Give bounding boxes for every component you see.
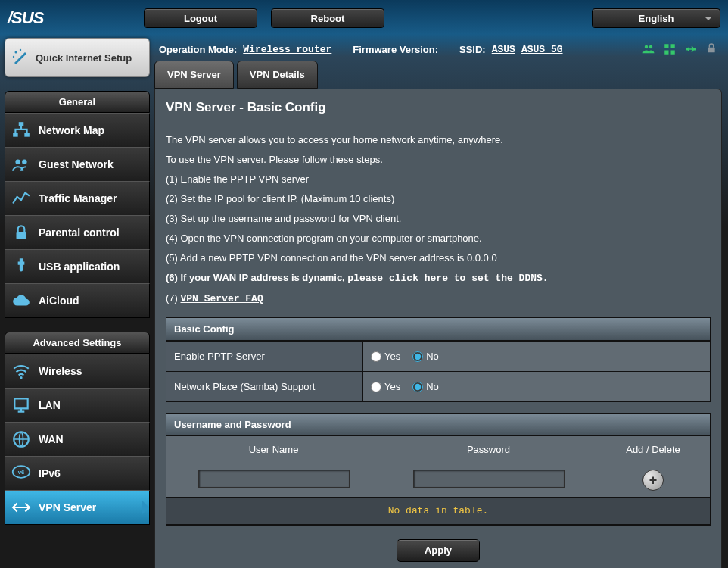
sidebar-item-usb-application[interactable]: USB application <box>5 249 150 284</box>
sidebar-item-lan[interactable]: LAN <box>5 388 150 423</box>
traffic-manager-icon <box>11 189 31 208</box>
sidebar-item-label: AiCloud <box>39 295 79 307</box>
ipv6-icon: v6 <box>11 463 31 483</box>
section-general-header: General <box>5 91 150 113</box>
col-username: User Name <box>166 436 381 463</box>
svg-rect-2 <box>664 51 668 55</box>
tab-vpn-server[interactable]: VPN Server <box>154 61 234 89</box>
username-input[interactable] <box>198 470 350 488</box>
svg-rect-15 <box>17 232 26 239</box>
sidebar-item-network-map[interactable]: Network Map <box>5 113 150 148</box>
svg-rect-10 <box>19 122 24 126</box>
svg-rect-5 <box>694 48 696 51</box>
usb-application-icon <box>11 257 31 276</box>
sidebar-item-label: VPN Server <box>39 501 96 513</box>
section-advanced-header: Advanced Settings <box>5 332 150 354</box>
password-input[interactable] <box>413 470 565 488</box>
sidebar-item-ipv6[interactable]: v6 IPv6 <box>5 456 150 491</box>
sidebar-item-aicloud[interactable]: AiCloud <box>5 283 150 318</box>
svg-rect-11 <box>13 133 18 136</box>
lock-icon[interactable] <box>705 42 719 56</box>
enable-pptp-label: Enable PPTP Server <box>166 342 363 371</box>
svg-point-7 <box>15 51 17 54</box>
op-mode-label: Operation Mode: <box>159 44 237 55</box>
sidebar-item-wireless[interactable]: Wireless <box>5 354 150 389</box>
col-add-delete: Add / Delete <box>596 436 710 463</box>
sidebar-item-label: Traffic Manager <box>39 192 117 204</box>
network-map-icon <box>11 120 31 140</box>
sidebar-item-guest-network[interactable]: Guest Network <box>5 147 150 182</box>
usb-icon[interactable] <box>684 42 698 56</box>
userpass-header: Username and Password <box>166 414 710 436</box>
svg-rect-1 <box>671 44 675 48</box>
wand-icon <box>11 48 30 66</box>
enable-pptp-no[interactable]: No <box>412 351 439 362</box>
sidebar-item-label: IPv6 <box>39 467 61 479</box>
svg-point-4 <box>686 48 689 51</box>
sidebar-item-label: Wireless <box>39 365 82 377</box>
vpn-faq-link[interactable]: VPN Server FAQ <box>181 293 263 304</box>
samba-yes[interactable]: Yes <box>371 381 400 392</box>
content-panel: VPN Server - Basic Config The VPN server… <box>154 89 722 568</box>
svg-point-13 <box>15 160 20 165</box>
tab-vpn-details[interactable]: VPN Details <box>237 61 318 89</box>
ssid-1[interactable]: ASUS <box>492 44 515 55</box>
lan-icon <box>11 395 31 415</box>
basic-config-header: Basic Config <box>166 318 710 341</box>
fw-label: Firmware Version: <box>353 44 438 55</box>
samba-no[interactable]: No <box>412 381 439 392</box>
sidebar-item-wan[interactable]: WAN <box>5 422 150 457</box>
svg-text:v6: v6 <box>18 469 25 476</box>
svg-rect-12 <box>24 133 30 136</box>
logout-button[interactable]: Logout <box>144 8 257 28</box>
parental-control-icon <box>11 223 31 242</box>
wan-icon <box>11 429 31 449</box>
page-title: VPN Server - Basic Config <box>166 100 711 123</box>
sidebar-item-label: Parental control <box>39 226 120 239</box>
sidebar-item-label: WAN <box>39 433 64 445</box>
wireless-icon <box>11 361 31 381</box>
add-row-button[interactable] <box>642 470 664 491</box>
vpn-server-icon <box>11 498 31 517</box>
quick-setup-label: Quick Internet Setup <box>36 52 132 64</box>
ddns-link[interactable]: please click here to set the DDNS. <box>347 273 548 284</box>
sidebar-item-label: Network Map <box>39 124 104 136</box>
enable-pptp-yes[interactable]: Yes <box>371 351 400 362</box>
svg-point-8 <box>20 49 21 51</box>
sidebar-item-label: LAN <box>39 399 61 411</box>
op-mode-value[interactable]: Wireless router <box>243 44 331 55</box>
basic-config-table: Basic Config Enable PPTP Server Yes No N… <box>166 317 711 402</box>
col-password: Password <box>381 436 596 463</box>
svg-point-16 <box>20 376 22 379</box>
sidebar-item-label: Guest Network <box>39 158 114 170</box>
no-data-row: No data in table. <box>166 497 710 525</box>
apply-button[interactable]: Apply <box>397 539 480 562</box>
sidebar-item-parental-control[interactable]: Parental control <box>5 215 150 250</box>
samba-support-label: Network Place (Samba) Support <box>166 372 363 401</box>
svg-rect-3 <box>671 51 675 55</box>
sidebar-item-traffic-manager[interactable]: Traffic Manager <box>5 181 150 216</box>
sidebar-item-vpn-server[interactable]: VPN Server <box>5 490 150 525</box>
quick-internet-setup[interactable]: Quick Internet Setup <box>5 38 150 77</box>
reboot-button[interactable]: Reboot <box>271 8 384 28</box>
ssid-label: SSID: <box>459 44 486 55</box>
brand-logo: /SUS <box>8 8 144 28</box>
svg-point-14 <box>22 160 27 165</box>
clients-icon[interactable] <box>642 42 655 56</box>
network-status-icon[interactable] <box>663 42 677 56</box>
guest-network-icon <box>11 154 31 174</box>
language-select[interactable]: English <box>592 8 720 28</box>
svg-rect-0 <box>664 44 668 48</box>
svg-rect-6 <box>708 48 714 53</box>
userpass-table: Username and Password User Name Password… <box>166 413 711 526</box>
description-text: The VPN server allows you to access your… <box>166 133 711 307</box>
svg-point-9 <box>13 56 14 58</box>
aicloud-icon <box>11 291 31 311</box>
sidebar-item-label: USB application <box>39 261 120 273</box>
ssid-2[interactable]: ASUS_5G <box>521 44 563 55</box>
